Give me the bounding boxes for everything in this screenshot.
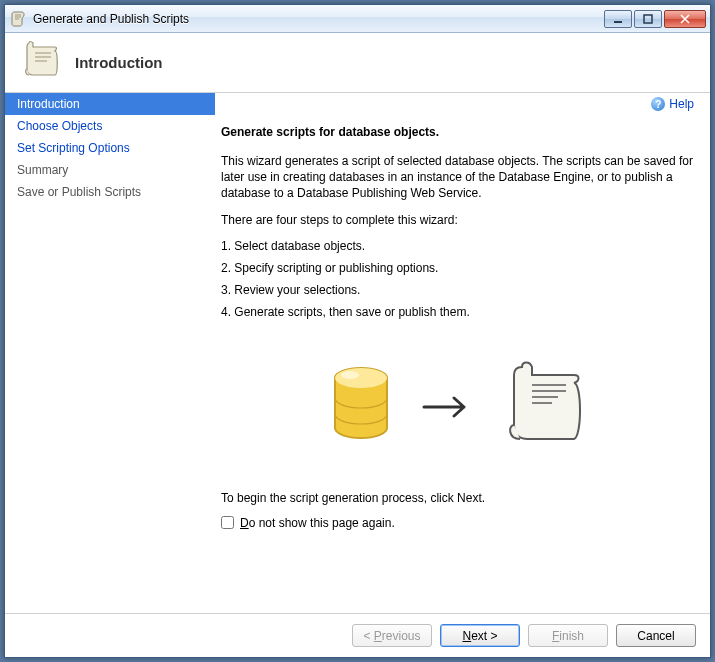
step-4: 4. Generate scripts, then save or publis… [221, 304, 694, 320]
step-2: 2. Specify scripting or publishing optio… [221, 260, 694, 276]
svg-rect-1 [644, 15, 652, 23]
step-3: 3. Review your selections. [221, 282, 694, 298]
wizard-window: Generate and Publish Scripts Introductio… [4, 4, 711, 658]
sidebar-item-set-scripting-options[interactable]: Set Scripting Options [5, 137, 215, 159]
database-icon [326, 364, 396, 453]
dont-show-again-row[interactable]: Do not show this page again. [221, 516, 694, 530]
window-controls [604, 10, 708, 28]
wizard-body: Introduction Choose Objects Set Scriptin… [5, 93, 710, 613]
dont-show-again-checkbox[interactable] [221, 516, 234, 529]
script-icon [504, 357, 590, 460]
help-icon: ? [651, 97, 665, 111]
arrow-icon [422, 392, 478, 425]
step-1: 1. Select database objects. [221, 238, 694, 254]
svg-point-3 [335, 368, 387, 388]
help-label: Help [669, 97, 694, 111]
previous-button: < Previous [352, 624, 432, 647]
close-button[interactable] [664, 10, 706, 28]
illustration [221, 357, 694, 460]
sidebar-item-summary[interactable]: Summary [5, 159, 215, 181]
steps-list: 1. Select database objects. 2. Specify s… [221, 238, 694, 321]
sidebar: Introduction Choose Objects Set Scriptin… [5, 93, 215, 613]
steps-lead: There are four steps to complete this wi… [221, 212, 694, 228]
minimize-button[interactable] [604, 10, 632, 28]
titlebar: Generate and Publish Scripts [5, 5, 710, 33]
sidebar-item-save-or-publish[interactable]: Save or Publish Scripts [5, 181, 215, 203]
content: Generate scripts for database objects. T… [221, 125, 694, 530]
svg-point-4 [341, 371, 359, 379]
cancel-button[interactable]: Cancel [616, 624, 696, 647]
finish-button: Finish [528, 624, 608, 647]
button-bar: < Previous Next > Finish Cancel [5, 613, 710, 657]
content-heading: Generate scripts for database objects. [221, 125, 694, 139]
sidebar-item-choose-objects[interactable]: Choose Objects [5, 115, 215, 137]
header-band: Introduction [5, 33, 710, 93]
help-link[interactable]: ? Help [651, 97, 694, 111]
main-panel: ? Help Generate scripts for database obj… [215, 93, 710, 613]
page-title: Introduction [75, 54, 162, 71]
app-icon [11, 11, 27, 27]
window-title: Generate and Publish Scripts [33, 12, 189, 26]
scroll-icon [21, 39, 61, 86]
maximize-button[interactable] [634, 10, 662, 28]
svg-rect-0 [614, 21, 622, 23]
next-button[interactable]: Next > [440, 624, 520, 647]
begin-note: To begin the script generation process, … [221, 490, 694, 506]
intro-paragraph: This wizard generates a script of select… [221, 153, 694, 202]
sidebar-item-introduction[interactable]: Introduction [5, 93, 215, 115]
dont-show-again-label: Do not show this page again. [240, 516, 395, 530]
